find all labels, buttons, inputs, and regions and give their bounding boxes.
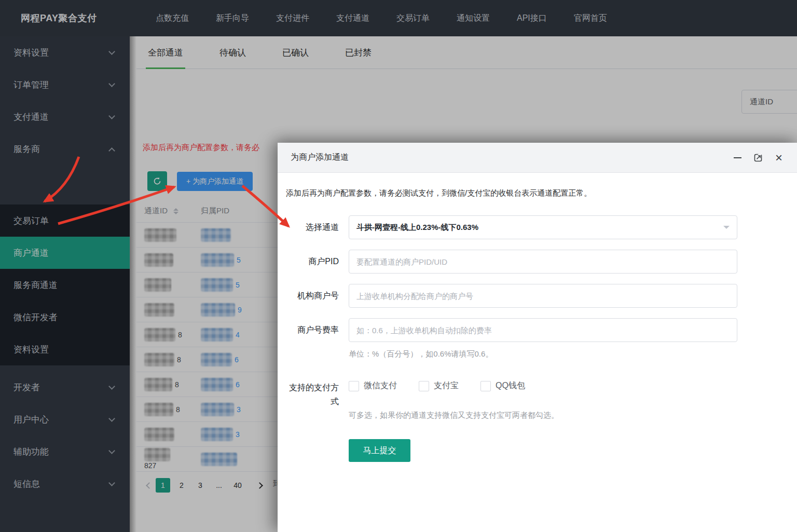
merchant-pid-input[interactable] [349, 250, 737, 274]
minimize-button[interactable] [732, 152, 743, 163]
checkbox-label: QQ钱包 [496, 380, 525, 391]
add-channel-dialog: 为商户添加通道 × 添加后再为商户配置参数，请务必测试支付，到微信/支付宝的收银… [278, 143, 797, 532]
checkbox-label: 支付宝 [434, 380, 459, 391]
checkbox-icon [349, 381, 359, 391]
dialog-title: 为商户添加通道 [291, 152, 349, 163]
checkbox-alipay[interactable]: 支付宝 [419, 380, 459, 391]
close-button[interactable]: × [773, 152, 785, 163]
checkbox-wechat-pay[interactable]: 微信支付 [349, 380, 397, 391]
field-label-channel: 选择通道 [286, 221, 339, 234]
field-label-pay-methods: 支持的支付方式 [286, 380, 339, 408]
close-icon: × [775, 153, 782, 163]
merchant-rate-input[interactable] [349, 318, 737, 342]
field-label-pid: 商户PID [286, 255, 339, 268]
pay-methods-hint-text: 可多选，如果你的通道支持微信又支持支付宝可两者都勾选。 [349, 411, 559, 420]
rate-hint-text: 单位：%（百分号），如0.6%请填写0.6。 [349, 349, 493, 359]
org-merchant-no-input[interactable] [349, 284, 737, 308]
pay-method-options: 微信支付 支付宝 QQ钱包 [349, 380, 547, 391]
submit-button[interactable]: 马上提交 [349, 439, 410, 462]
checkbox-icon [419, 381, 429, 391]
maximize-button[interactable] [752, 152, 764, 163]
chevron-down-icon [723, 226, 730, 232]
checkbox-icon [480, 381, 491, 391]
checkbox-label: 微信支付 [364, 380, 397, 391]
field-label-org-mch: 机构商户号 [286, 289, 339, 303]
dialog-intro-text: 添加后再为商户配置参数，请务必测试支付，到微信/支付宝的收银台表示通道配置正常。 [286, 188, 592, 198]
minimize-icon [734, 157, 741, 158]
field-label-rate: 商户号费率 [286, 323, 339, 337]
checkbox-qq-wallet[interactable]: QQ钱包 [480, 380, 525, 391]
dialog-header: 为商户添加通道 × [278, 143, 797, 173]
channel-select-value: 斗拱-网壹程-线上0.23%-线下0.63% [356, 223, 478, 233]
channel-select[interactable]: 斗拱-网壹程-线上0.23%-线下0.63% [349, 215, 737, 239]
maximize-icon [753, 153, 763, 163]
